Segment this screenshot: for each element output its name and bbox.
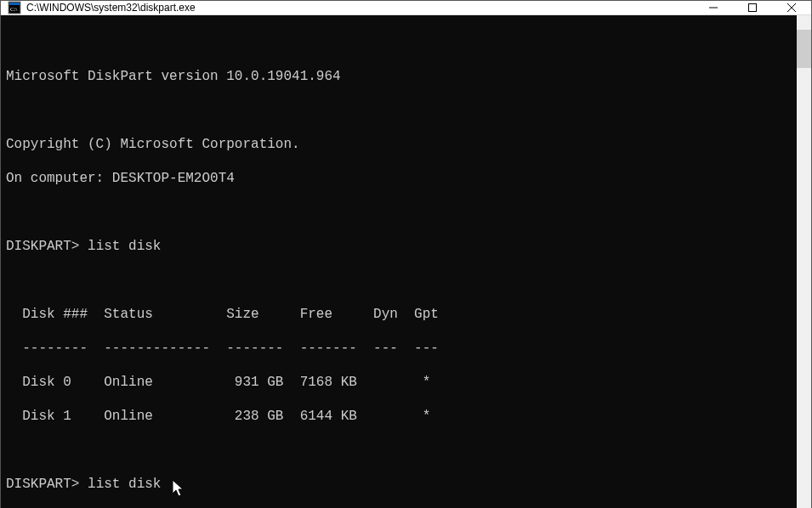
table1-row: Disk 1 Online 238 GB 6144 KB * <box>6 408 792 425</box>
blank-line <box>6 272 792 289</box>
svg-text:C:\: C:\ <box>10 6 18 13</box>
titlebar[interactable]: C:\ C:\WINDOWS\system32\diskpart.exe <box>1 1 811 15</box>
app-window: C:\ C:\WINDOWS\system32\diskpart.exe Mic… <box>0 0 812 508</box>
table1-head: Disk ### Status Size Free Dyn Gpt <box>6 306 792 323</box>
computer-line: On computer: DESKTOP-EM2O0T4 <box>6 170 792 187</box>
close-button[interactable] <box>772 1 811 14</box>
table1-div: -------- ------------- ------- ------- -… <box>6 340 792 357</box>
terminal-area: Microsoft DiskPart version 10.0.19041.96… <box>1 15 811 508</box>
copyright-line: Copyright (C) Microsoft Corporation. <box>6 136 792 153</box>
blank-line <box>6 442 792 459</box>
cmd-text: list disk <box>88 477 161 492</box>
table1-row: Disk 0 Online 931 GB 7168 KB * <box>6 374 792 391</box>
window-controls <box>694 1 811 14</box>
svg-rect-1 <box>9 3 20 5</box>
blank-line <box>6 204 792 221</box>
scrollbar-vertical[interactable] <box>797 15 811 508</box>
scrollbar-thumb[interactable] <box>797 30 811 68</box>
version-line: Microsoft DiskPart version 10.0.19041.96… <box>6 68 792 85</box>
prompt-line-1: DISKPART> list disk <box>6 238 792 255</box>
maximize-button[interactable] <box>733 1 772 14</box>
terminal-output[interactable]: Microsoft DiskPart version 10.0.19041.96… <box>1 15 797 508</box>
blank-line <box>6 34 792 51</box>
svg-rect-4 <box>749 4 757 12</box>
cmd-text: list disk <box>88 239 161 254</box>
prompt-line-2: DISKPART> list disk <box>6 476 792 493</box>
prompt-text: DISKPART> <box>6 477 79 492</box>
prompt-text: DISKPART> <box>6 239 79 254</box>
blank-line <box>6 102 792 119</box>
app-icon: C:\ <box>8 1 21 14</box>
minimize-button[interactable] <box>694 1 733 14</box>
window-title: C:\WINDOWS\system32\diskpart.exe <box>26 2 694 14</box>
